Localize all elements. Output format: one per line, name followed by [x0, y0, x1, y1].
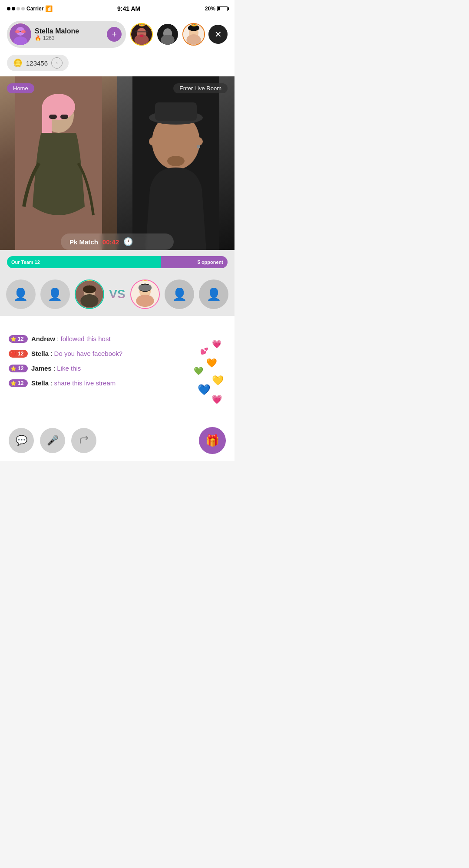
profile-card: Stella Malone 🔥 1263 + [7, 21, 126, 48]
chat-colon-1: : [55, 335, 61, 342]
badge-num-3: 12 [18, 365, 23, 372]
heart-icon-1: ❤️ [10, 351, 17, 357]
svg-point-40 [136, 295, 154, 307]
chat-icon: 💬 [16, 435, 27, 446]
gift-button[interactable]: 🎁 [199, 427, 226, 454]
svg-rect-3 [15, 30, 20, 33]
audience-avatar-2[interactable] [156, 23, 179, 46]
heart-1: 💗 [212, 339, 221, 349]
participants-row: 👤 👤 👑 VS 👑 👤 👤 [0, 274, 234, 316]
participant-left-2[interactable]: 👤 [40, 279, 70, 309]
mic-button[interactable]: 🎤 [40, 428, 65, 453]
battery-icon [217, 6, 228, 11]
participant-right-1[interactable]: 👤 [165, 279, 194, 309]
score-bar: Our Team 12 5 opponent [7, 256, 228, 268]
score-section: Our Team 12 5 opponent [0, 250, 234, 274]
wifi-icon: 📶 [45, 5, 53, 12]
svg-point-31 [194, 137, 203, 146]
svg-point-29 [167, 156, 185, 166]
add-button[interactable]: + [107, 27, 122, 42]
active-left-avatar [76, 279, 103, 309]
active-right-avatar [131, 279, 159, 309]
signal-dot-3 [17, 7, 20, 10]
left-figure [15, 76, 102, 250]
chat-badge-2: ❤️ 12 [9, 350, 28, 358]
audience-img-1 [131, 24, 152, 45]
person-icon-4: 👤 [206, 287, 221, 302]
status-bar: Carrier 📶 9:41 AM 20% [0, 0, 234, 16]
profile-sub: 🔥 1263 [35, 35, 103, 41]
chat-msg-4: share this live stream [54, 379, 116, 387]
person-icon-1: 👤 [13, 287, 28, 302]
chat-badge-4: ⭐ 12 [9, 379, 28, 387]
close-button[interactable]: ✕ [208, 25, 228, 44]
badge-num-2: 12 [18, 351, 23, 357]
chat-button[interactable]: 💬 [9, 428, 34, 453]
video-right[interactable]: Enter Live Room [117, 76, 234, 250]
signal-dot-1 [7, 7, 10, 10]
heart-2: 💕 [200, 347, 208, 355]
svg-point-36 [80, 294, 98, 307]
pk-clock-icon: 🕐 [123, 237, 133, 247]
mic-icon: 🎤 [47, 435, 59, 446]
right-figure [132, 76, 219, 250]
audience-row: 👑 [130, 23, 228, 46]
svg-rect-18 [188, 27, 199, 30]
video-section: Home Enter Live Room [0, 76, 234, 250]
svg-point-16 [186, 34, 201, 46]
svg-point-10 [139, 35, 143, 37]
share-icon [79, 435, 89, 447]
heart-4: 💚 [194, 366, 203, 376]
spacer-2 [0, 413, 234, 420]
battery-fill [218, 7, 220, 10]
header-section: Stella Malone 🔥 1263 + 👑 [0, 16, 234, 53]
status-time: 9:41 AM [117, 5, 140, 12]
video-bg-right [117, 76, 234, 250]
crown-icon-3: 👑 [190, 23, 198, 26]
heart-3: 🧡 [206, 358, 217, 368]
participant-left-active[interactable]: 👑 [75, 279, 104, 309]
battery-percent: 20% [205, 6, 215, 12]
status-right: 20% [205, 6, 228, 12]
star-icon-2: ⭐ [10, 366, 17, 372]
star-icon-3: ⭐ [10, 381, 17, 386]
heart-7: 💗 [211, 394, 222, 404]
svg-point-13 [161, 35, 174, 45]
coin-icon: 🪙 [13, 58, 23, 68]
pk-timer: 00:42 [102, 238, 119, 246]
video-left[interactable]: Home [0, 76, 117, 250]
face-svg-2 [157, 23, 178, 46]
badge-num-1: 12 [18, 336, 23, 342]
svg-point-30 [149, 137, 158, 146]
avatar-image [10, 23, 31, 45]
profile-info: Stella Malone 🔥 1263 [35, 27, 103, 41]
chat-badge-3: ⭐ 12 [9, 365, 28, 372]
svg-rect-4 [21, 30, 26, 33]
signal-dots [7, 7, 25, 10]
hearts-container: 💗 💕 🧡 💚 💛 💙 💗 [191, 339, 226, 409]
crown-teal-icon: 👑 [86, 279, 93, 281]
svg-rect-23 [49, 115, 57, 119]
share-button[interactable] [71, 428, 96, 453]
audience-img-3 [183, 24, 204, 45]
chat-badge-1: ⭐ 12 [9, 335, 28, 343]
gift-icon: 🎁 [205, 434, 219, 447]
person-icon-3: 👤 [172, 287, 187, 302]
profile-name: Stella Malone [35, 27, 103, 35]
score-right-label: 5 opponent [198, 260, 223, 265]
heart-5: 💛 [212, 375, 224, 386]
coins-arrow[interactable]: › [51, 57, 63, 69]
chat-msg-1: followed this host [61, 335, 111, 342]
participant-left-1[interactable]: 👤 [6, 279, 36, 309]
coins-badge: 🪙 123456 › [7, 55, 69, 71]
participant-right-active[interactable]: 👑 [130, 279, 160, 309]
participant-right-2[interactable]: 👤 [199, 279, 228, 309]
coins-row: 🪙 123456 › [0, 53, 234, 76]
audience-avatar-1[interactable]: 👑 [130, 23, 153, 46]
chat-msg-2: Do you have facebook? [54, 350, 123, 357]
home-badge[interactable]: Home [7, 83, 34, 93]
pk-match-label: Pk Match [69, 238, 98, 246]
carrier-label: Carrier [26, 6, 43, 12]
audience-avatar-3[interactable]: 👑 [182, 23, 205, 46]
enter-live-room-badge[interactable]: Enter Live Room [173, 83, 228, 93]
